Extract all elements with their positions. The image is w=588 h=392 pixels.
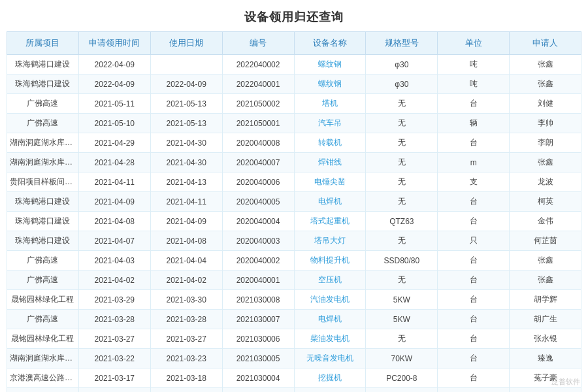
cell-11-7: 张鑫 [510, 270, 581, 290]
cell-link[interactable]: 电锤尖凿 [314, 177, 346, 186]
cell-4-2: 2021-04-30 [150, 133, 222, 153]
cell-link[interactable]: 汽车吊 [318, 118, 342, 127]
cell-10-3: 2020040002 [222, 251, 294, 270]
cell-7-1: 2021-04-09 [78, 192, 150, 212]
cell-link[interactable]: 物料提升机 [310, 255, 350, 265]
table-row: 广佛高速2021-04-022021-04-022020040001空压机无台张… [7, 270, 581, 290]
cell-link[interactable]: 焊钳线 [318, 157, 342, 167]
cell-16-1: 2021-03-17 [78, 368, 150, 388]
cell-15-2: 2021-03-23 [150, 349, 222, 368]
cell-0-4: 螺纹钢 [294, 55, 366, 74]
cell-1-3: 2022040001 [222, 74, 294, 94]
cell-1-6: 吨 [438, 74, 510, 94]
table-body: 珠海鹤港口建设2022-04-092022040002螺纹钢φ30吨张鑫珠海鹤港… [7, 55, 581, 393]
cell-link[interactable]: 电焊机 [318, 197, 342, 206]
cell-link[interactable]: 汽油发电机 [310, 295, 350, 304]
cell-10-1: 2021-04-03 [78, 251, 150, 270]
cell-10-7: 张鑫 [510, 251, 581, 270]
cell-16-6: 台 [438, 368, 510, 388]
cell-4-5: 无 [366, 133, 438, 153]
cell-2-7: 刘健 [510, 94, 581, 114]
cell-4-4: 转载机 [294, 133, 366, 153]
cell-1-1: 2022-04-09 [78, 74, 150, 94]
cell-5-0: 湖南洞庭湖水库引水工程施... [7, 153, 79, 172]
cell-15-5: 70KW [366, 349, 438, 368]
col-header-3: 编号 [222, 32, 294, 55]
table-wrapper: 所属项目申请领用时间使用日期编号设备名称规格型号单位申请人 珠海鹤港口建设202… [0, 31, 588, 392]
cell-15-1: 2021-03-22 [78, 349, 150, 368]
table-row: 珠海鹤港口建设2022-04-092022-04-092022040001螺纹钢… [7, 74, 581, 94]
table-row: 广佛高速2021-05-102021-05-132021050001汽车吊无辆李… [7, 114, 581, 133]
table-row: 广佛高速2021-05-112021-05-132021050002塔机无台刘健 [7, 94, 581, 114]
cell-16-0: 京港澳高速公路粤境韶关至... [7, 368, 79, 388]
cell-link[interactable]: 电焊机 [318, 314, 342, 323]
cell-0-7: 张鑫 [510, 55, 581, 74]
cell-3-7: 李帅 [510, 114, 581, 133]
cell-link[interactable]: 塔式起重机 [310, 216, 350, 225]
cell-0-6: 吨 [438, 55, 510, 74]
cell-15-4: 无噪音发电机 [294, 349, 366, 368]
watermark: 泛普软件 [551, 377, 580, 387]
cell-link[interactable]: 柴油发电机 [310, 334, 350, 343]
cell-13-0: 广佛高速 [7, 310, 79, 329]
cell-8-0: 珠海鹤港口建设 [7, 212, 79, 231]
cell-link[interactable]: 塔机 [322, 99, 338, 108]
cell-9-5: 无 [366, 231, 438, 251]
cell-9-4: 塔吊大灯 [294, 231, 366, 251]
cell-12-3: 2021030008 [222, 290, 294, 310]
cell-12-1: 2021-03-29 [78, 290, 150, 310]
cell-15-6: 台 [438, 349, 510, 368]
cell-0-0: 珠海鹤港口建设 [7, 55, 79, 74]
cell-link[interactable]: 无噪音发电机 [306, 353, 353, 363]
cell-7-3: 2020040005 [222, 192, 294, 212]
cell-10-4: 物料提升机 [294, 251, 366, 270]
cell-link[interactable]: 转载机 [318, 138, 342, 147]
cell-5-7: 张鑫 [510, 153, 581, 172]
cell-9-0: 珠海鹤港口建设 [7, 231, 79, 251]
cell-0-3: 2022040002 [222, 55, 294, 74]
cell-link[interactable]: 塔吊大灯 [314, 236, 346, 245]
cell-8-6: 台 [438, 212, 510, 231]
cell-17-3: 2021030003 [222, 388, 294, 393]
table-row: 京港澳高速公路粤境韶关至...2021-03-152021-03-1520210… [7, 388, 581, 393]
cell-7-5: 无 [366, 192, 438, 212]
cell-9-1: 2021-04-07 [78, 231, 150, 251]
cell-17-1: 2021-03-15 [78, 388, 150, 393]
cell-13-7: 胡广生 [510, 310, 581, 329]
cell-4-3: 2020040008 [222, 133, 294, 153]
cell-13-3: 2021030007 [222, 310, 294, 329]
cell-link[interactable]: 螺纹钢 [318, 59, 342, 69]
table-row: 湖南洞庭湖水库引水工程施...2021-04-282021-04-3020200… [7, 153, 581, 172]
cell-11-5: 无 [366, 270, 438, 290]
cell-5-5: 无 [366, 153, 438, 172]
cell-3-0: 广佛高速 [7, 114, 79, 133]
cell-9-3: 2020040003 [222, 231, 294, 251]
cell-12-2: 2021-03-30 [150, 290, 222, 310]
cell-12-0: 晟铭园林绿化工程 [7, 290, 79, 310]
cell-link[interactable]: 空压机 [318, 275, 342, 284]
cell-0-2 [150, 55, 222, 74]
col-header-1: 申请领用时间 [78, 32, 150, 55]
cell-1-2: 2022-04-09 [150, 74, 222, 94]
cell-16-2: 2021-03-18 [150, 368, 222, 388]
cell-14-7: 张永银 [510, 329, 581, 349]
page-title: 设备领用归还查询 [0, 0, 588, 31]
col-header-0: 所属项目 [7, 32, 79, 55]
cell-6-5: 无 [366, 172, 438, 192]
cell-3-2: 2021-05-13 [150, 114, 222, 133]
cell-14-0: 晟铭园林绿化工程 [7, 329, 79, 349]
cell-8-4: 塔式起重机 [294, 212, 366, 231]
cell-5-3: 2020040007 [222, 153, 294, 172]
cell-5-4: 焊钳线 [294, 153, 366, 172]
cell-12-4: 汽油发电机 [294, 290, 366, 310]
cell-link[interactable]: 挖掘机 [318, 373, 342, 382]
cell-2-3: 2021050002 [222, 94, 294, 114]
cell-16-4: 挖掘机 [294, 368, 366, 388]
table-row: 晟铭园林绿化工程2021-03-272021-03-272021030006柴油… [7, 329, 581, 349]
cell-1-7: 张鑫 [510, 74, 581, 94]
cell-8-2: 2021-04-09 [150, 212, 222, 231]
col-header-5: 规格型号 [366, 32, 438, 55]
cell-link[interactable]: 螺纹钢 [318, 79, 342, 88]
cell-6-1: 2021-04-11 [78, 172, 150, 192]
table-row: 珠海鹤港口建设2021-04-082021-04-092020040004塔式起… [7, 212, 581, 231]
